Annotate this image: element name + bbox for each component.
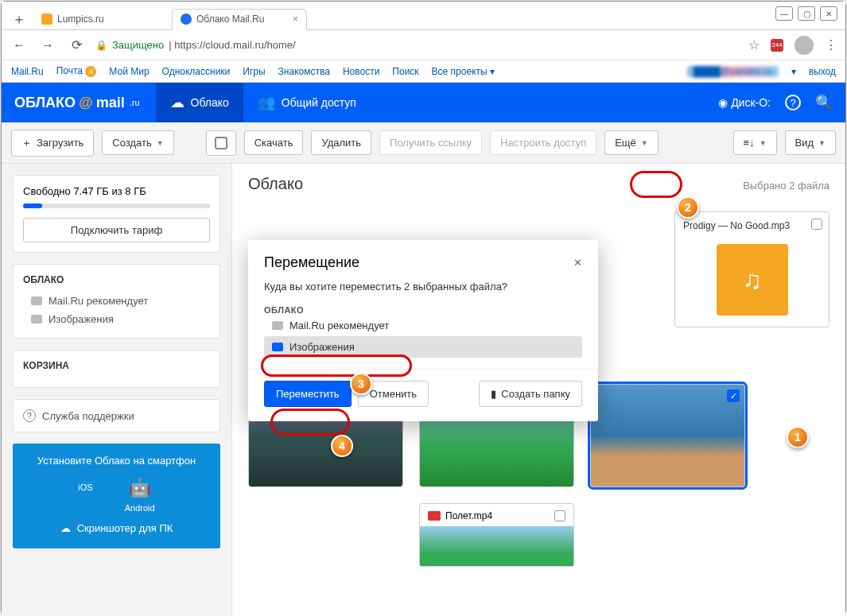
close-window-button[interactable]: ✕ bbox=[820, 6, 837, 21]
portal-link[interactable]: Mail.Ru bbox=[11, 66, 44, 77]
section-title: КОРЗИНА bbox=[23, 360, 210, 371]
callout-4: 4 bbox=[331, 435, 353, 457]
portal-link[interactable]: Одноклассники bbox=[162, 66, 231, 77]
favicon-icon bbox=[41, 14, 52, 25]
dialog-title: Перемещение bbox=[264, 254, 359, 271]
upgrade-tariff-button[interactable]: Подключить тариф bbox=[23, 218, 210, 242]
nav-reload-button[interactable]: ⟳ bbox=[67, 36, 86, 55]
portal-link[interactable]: Знакомства bbox=[278, 66, 330, 77]
view-button[interactable]: Вид▼ bbox=[785, 130, 836, 155]
favicon-icon bbox=[181, 14, 192, 25]
nav-forward-button[interactable]: → bbox=[38, 36, 57, 55]
app-tab-shared[interactable]: 👥 Общий доступ bbox=[243, 83, 371, 122]
dialog-tree-item-recommended[interactable]: Mail.Ru рекомендует bbox=[264, 315, 582, 336]
folder-icon: ▮ bbox=[491, 388, 496, 400]
portal-link[interactable]: Почта bbox=[56, 65, 83, 76]
more-button[interactable]: Ещё▼ bbox=[604, 130, 659, 155]
user-dropdown-icon[interactable]: ▾ bbox=[791, 66, 796, 77]
app-tab-label: Общий доступ bbox=[282, 96, 356, 109]
file-name: Полет.mp4 bbox=[445, 510, 492, 521]
help-icon[interactable]: ? bbox=[785, 95, 801, 110]
dialog-section-title: ОБЛАКО bbox=[264, 305, 582, 315]
portal-link[interactable]: Новости bbox=[343, 66, 379, 77]
file-checkbox[interactable] bbox=[811, 219, 822, 230]
new-tab-button[interactable]: ＋ bbox=[8, 8, 30, 30]
quota-card: Свободно 7.47 ГБ из 8 ГБ Подключить тари… bbox=[13, 175, 220, 253]
promo-title: Установите Облако на смартфон bbox=[22, 455, 211, 467]
chevron-down-icon: ▼ bbox=[760, 139, 767, 147]
file-card-mp3[interactable]: Prodigy — No Good.mp3 ♫ bbox=[674, 211, 830, 327]
cloud-icon: ☁ bbox=[170, 94, 185, 111]
support-link[interactable]: ? Служба поддержки bbox=[13, 399, 220, 432]
address-bar[interactable]: 🔒 Защищено | https://cloud.mail.ru/home/ bbox=[95, 39, 739, 51]
create-folder-button[interactable]: ▮Создать папку bbox=[479, 381, 582, 407]
portal-link[interactable]: Мой Мир bbox=[109, 66, 149, 77]
app-logo[interactable]: ОБЛАКО@mail.ru bbox=[14, 95, 140, 111]
people-icon: 👥 bbox=[258, 94, 275, 111]
move-button[interactable]: Переместить bbox=[264, 381, 352, 407]
upload-button[interactable]: ＋Загрузить bbox=[11, 130, 94, 157]
section-title: ОБЛАКО bbox=[23, 274, 210, 285]
selection-count: Выбрано 2 файла bbox=[743, 180, 830, 192]
promo-ios[interactable]: iOS bbox=[78, 478, 92, 513]
tab-label: Облако Mail.Ru bbox=[196, 14, 288, 25]
dialog-tree-item-images[interactable]: Изображения bbox=[264, 336, 582, 358]
select-all-checkbox[interactable] bbox=[206, 130, 236, 156]
portal-link[interactable]: Игры bbox=[243, 66, 265, 77]
callout-2: 2 bbox=[677, 196, 699, 219]
star-icon[interactable]: ☆ bbox=[748, 37, 760, 52]
delete-button[interactable]: Удалить bbox=[311, 130, 371, 155]
checkbox-icon bbox=[215, 137, 227, 149]
nav-back-button[interactable]: ← bbox=[10, 36, 29, 55]
folder-icon bbox=[31, 296, 42, 305]
minimize-button[interactable]: — bbox=[775, 6, 793, 21]
search-icon[interactable]: 🔍 bbox=[815, 94, 833, 111]
url-host: | https://cloud.mail.ru/home/ bbox=[169, 39, 295, 51]
download-button[interactable]: Скачать bbox=[244, 130, 304, 155]
video-icon bbox=[428, 511, 441, 521]
create-button[interactable]: Создать▼ bbox=[102, 130, 173, 155]
get-link-button[interactable]: Получить ссылку bbox=[379, 130, 482, 155]
extension-badge[interactable]: 244 bbox=[771, 39, 783, 52]
browser-tab-strip: ＋ Lumpics.ru Облако Mail.Ru × bbox=[2, 2, 845, 30]
tab-cloud-mailru[interactable]: Облако Mail.Ru × bbox=[172, 9, 307, 31]
file-checkbox[interactable] bbox=[554, 510, 565, 521]
music-thumb-icon: ♫ bbox=[717, 244, 788, 316]
promo-pc[interactable]: ☁Скриншотер для ПК bbox=[22, 522, 211, 534]
disko-button[interactable]: ◉ Диск-О: bbox=[718, 96, 771, 109]
access-button[interactable]: Настроить доступ bbox=[490, 130, 596, 155]
video-thumb bbox=[420, 526, 573, 566]
logo-domain: .ru bbox=[130, 98, 140, 107]
selected-check-icon[interactable]: ✓ bbox=[727, 389, 740, 402]
tab-lumpics[interactable]: Lumpics.ru bbox=[33, 8, 169, 30]
close-tab-icon[interactable]: × bbox=[293, 14, 298, 25]
lock-icon: 🔒 bbox=[95, 40, 107, 51]
app-header: ОБЛАКО@mail.ru ☁ Облако 👥 Общий доступ ◉… bbox=[2, 83, 845, 122]
folder-icon bbox=[272, 321, 283, 330]
portal-link[interactable]: Все проекты ▾ bbox=[432, 66, 495, 77]
image-thumb-selected[interactable]: ✓ bbox=[590, 384, 745, 487]
logo-text: mail bbox=[96, 95, 125, 111]
profile-avatar[interactable] bbox=[795, 36, 814, 55]
secure-label: Защищено bbox=[112, 39, 164, 51]
maximize-button[interactable]: ▢ bbox=[798, 6, 815, 21]
address-bar-row: ← → ⟳ 🔒 Защищено | https://cloud.mail.ru… bbox=[2, 30, 845, 60]
sidebar-item-recommended[interactable]: Mail.Ru рекомендует bbox=[23, 292, 210, 310]
user-email[interactable]: ████@yandex.ru bbox=[687, 66, 779, 77]
file-card-video[interactable]: Полет.mp4 bbox=[419, 503, 574, 567]
sort-button[interactable]: ≡↓▼ bbox=[733, 130, 777, 155]
browser-menu-icon[interactable]: ⋮ bbox=[825, 37, 837, 52]
quota-text: Свободно 7.47 ГБ из 8 ГБ bbox=[23, 185, 210, 197]
file-name: Prodigy — No Good.mp3 bbox=[683, 220, 821, 231]
app-tab-cloud[interactable]: ☁ Облако bbox=[156, 83, 243, 122]
promo-android[interactable]: 🤖Android bbox=[125, 478, 155, 513]
portal-header: Mail.Ru Почта 4 Мой Мир Одноклассники Иг… bbox=[2, 60, 845, 83]
logout-link[interactable]: выход bbox=[809, 66, 836, 77]
dialog-close-icon[interactable]: ✕ bbox=[573, 257, 582, 269]
android-icon: 🤖 bbox=[129, 478, 150, 498]
question-icon: ? bbox=[23, 409, 36, 422]
portal-link[interactable]: Поиск bbox=[392, 66, 418, 77]
sidebar-trash-section[interactable]: КОРЗИНА bbox=[13, 350, 220, 388]
sidebar-item-images[interactable]: Изображения bbox=[23, 310, 210, 328]
folder-icon bbox=[272, 343, 283, 351]
